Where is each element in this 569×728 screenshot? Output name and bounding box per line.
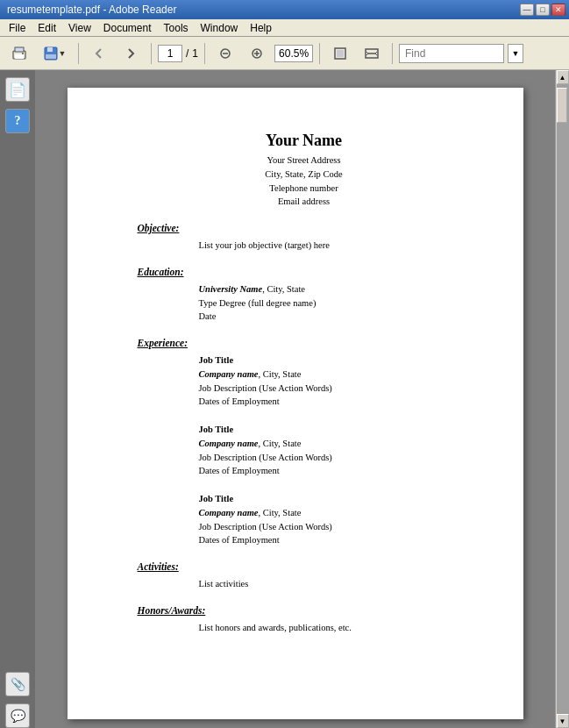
scroll-down-button[interactable]: ▼: [557, 714, 569, 728]
scroll-up-button[interactable]: ▲: [557, 70, 569, 84]
content-area: Your Name Your Street Address City, Stat…: [35, 70, 569, 728]
zoom-input[interactable]: [274, 45, 313, 62]
window-controls[interactable]: — □ ✕: [520, 4, 565, 16]
menu-edit[interactable]: Edit: [32, 20, 61, 36]
title-bar: resumetemplate.pdf - Adobe Reader — □ ✕: [0, 0, 569, 19]
resume-email: Email address: [138, 195, 471, 209]
save-button[interactable]: ▼: [37, 40, 72, 67]
objective-content: List your job objective (target) here: [199, 239, 471, 253]
exp3-dates: Dates of Employment: [199, 533, 471, 547]
fit-width-button[interactable]: [358, 40, 386, 67]
exp1-company: Company name, City, State: [199, 368, 471, 382]
resume-name: Your Name: [138, 132, 471, 150]
page-total: 1: [192, 47, 198, 60]
toolbar-sep-1: [78, 43, 79, 64]
menu-tools[interactable]: Tools: [159, 20, 194, 36]
fit-width-icon: [365, 46, 379, 61]
scroll-thumb[interactable]: [557, 88, 567, 123]
back-button[interactable]: [85, 40, 113, 67]
fit-page-icon: [333, 46, 347, 61]
zoom-out-button[interactable]: [211, 40, 239, 67]
resume-phone: Telephone number: [138, 182, 471, 196]
honors-label: Honors/Awards:: [138, 605, 471, 616]
exp2-title: Job Title: [199, 423, 471, 437]
svg-rect-13: [337, 50, 344, 57]
scroll-track[interactable]: [557, 84, 569, 714]
page-sep: /: [184, 47, 190, 60]
print-icon: [11, 46, 27, 61]
pdf-viewport[interactable]: Your Name Your Street Address City, Stat…: [35, 70, 555, 728]
menu-document[interactable]: Document: [98, 20, 157, 36]
honors-content: List honors and awards, publications, et…: [199, 621, 471, 635]
svg-rect-5: [47, 47, 53, 52]
menu-bar: File Edit View Document Tools Window Hel…: [0, 19, 569, 37]
page-thumbnail-icon[interactable]: 📄: [5, 77, 30, 102]
annotation-icon[interactable]: 📎: [5, 672, 30, 696]
exp2-company: Company name, City, State: [199, 437, 471, 451]
maximize-button[interactable]: □: [536, 4, 550, 16]
resume-contact: Your Street Address City, State, Zip Cod…: [138, 153, 471, 209]
print-button[interactable]: [5, 40, 33, 67]
toolbar-sep-5: [392, 43, 393, 64]
menu-file[interactable]: File: [4, 20, 31, 36]
education-label: Education:: [138, 267, 471, 277]
experience-section: Experience: Job Title Company name, City…: [138, 338, 471, 547]
left-sidebar: 📄 ? 📎 💬: [0, 70, 35, 728]
exp1-description: Job Description (Use Action Words): [199, 382, 471, 396]
toolbar-sep-2: [151, 43, 152, 64]
svg-rect-2: [15, 47, 24, 52]
svg-rect-6: [46, 54, 56, 59]
exp2-dates: Dates of Employment: [199, 464, 471, 478]
comment-icon[interactable]: 💬: [5, 703, 30, 728]
university-suffix: , City, State: [262, 284, 305, 294]
education-section: Education: University Name, City, State …: [138, 267, 471, 324]
experience-entry-2: Job Title Company name, City, State Job …: [199, 423, 471, 478]
activities-section: Activities: List activities: [138, 561, 471, 591]
back-icon: [93, 47, 105, 60]
honors-section: Honors/Awards: List honors and awards, p…: [138, 605, 471, 635]
toolbar-sep-3: [204, 43, 205, 64]
find-input[interactable]: [399, 44, 504, 63]
zoom-out-icon: [219, 47, 231, 60]
exp1-dates: Dates of Employment: [199, 395, 471, 409]
minimize-button[interactable]: —: [520, 4, 534, 16]
objective-label: Objective:: [138, 223, 471, 233]
right-scrollbar[interactable]: ▲ ▼: [555, 70, 569, 728]
forward-icon: [124, 47, 137, 60]
education-date: Date: [199, 310, 471, 324]
objective-section: Objective: List your job objective (targ…: [138, 223, 471, 253]
svg-point-3: [22, 53, 24, 54]
university-name: University Name: [199, 284, 263, 294]
forward-button[interactable]: [117, 40, 145, 67]
exp3-description: Job Description (Use Action Words): [199, 520, 471, 534]
save-icon: [43, 46, 59, 61]
exp3-title: Job Title: [199, 492, 471, 506]
window-title: resumetemplate.pdf - Adobe Reader: [4, 4, 176, 16]
activities-label: Activities:: [138, 561, 471, 572]
page-nav: / 1: [158, 45, 198, 62]
menu-help[interactable]: Help: [245, 20, 277, 36]
toolbar-sep-4: [319, 43, 320, 64]
activities-content: List activities: [199, 577, 471, 591]
fit-page-button[interactable]: [326, 40, 354, 67]
pdf-page: Your Name Your Street Address City, Stat…: [68, 88, 523, 719]
education-university: University Name, City, State: [199, 282, 471, 296]
close-button[interactable]: ✕: [551, 4, 565, 16]
exp1-title: Job Title: [199, 353, 471, 368]
menu-view[interactable]: View: [63, 20, 96, 36]
zoom-in-icon: [251, 47, 263, 60]
experience-entry-3: Job Title Company name, City, State Job …: [199, 492, 471, 547]
page-input[interactable]: [158, 45, 182, 62]
menu-window[interactable]: Window: [196, 20, 244, 36]
resume-street: Your Street Address: [138, 153, 471, 168]
main-area: 📄 ? 📎 💬 Your Name Your Street Address Ci…: [0, 70, 569, 728]
experience-label: Experience:: [138, 338, 471, 348]
exp3-company: Company name, City, State: [199, 506, 471, 520]
toolbar: ▼ / 1: [0, 37, 569, 70]
help-icon[interactable]: ?: [5, 109, 30, 133]
resume-city: City, State, Zip Code: [138, 168, 471, 182]
find-dropdown-button[interactable]: ▼: [508, 44, 523, 63]
education-degree: Type Degree (full degree name): [199, 296, 471, 310]
zoom-in-button[interactable]: [243, 40, 271, 67]
education-content: University Name, City, State Type Degree…: [199, 282, 471, 324]
